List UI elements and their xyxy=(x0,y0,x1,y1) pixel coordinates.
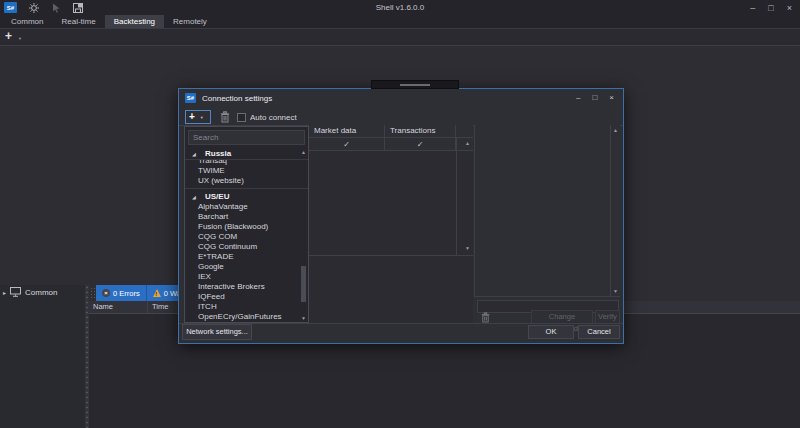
search-input[interactable] xyxy=(188,130,305,145)
group-expand-icon[interactable]: ◢ xyxy=(192,148,196,160)
add-connection-caret-icon: ▼ xyxy=(200,115,204,120)
connector-item-iqfeed[interactable]: IQFeed xyxy=(185,292,308,302)
connections-grid-panel: Market data Transactions ✓ ✓ ▲ ▼ xyxy=(309,125,473,323)
dialog-minimize-button[interactable]: – xyxy=(576,93,580,102)
errors-filter-badge[interactable]: × 0 Errors xyxy=(96,285,147,301)
connector-item-interactive-brokers[interactable]: Interactive Brokers xyxy=(185,282,308,292)
connector-item-alphavantage[interactable]: AlphaVantage xyxy=(185,202,308,212)
connector-item-itch[interactable]: ITCH xyxy=(185,302,308,312)
connector-item-cqg-continuum[interactable]: CQG Continuum xyxy=(185,242,308,252)
group-label: US/EU xyxy=(205,192,229,201)
scroll-down-icon[interactable]: ▼ xyxy=(611,288,620,294)
dialog-logo: S# xyxy=(185,93,196,103)
ok-button[interactable]: OK xyxy=(528,325,574,339)
group-expand-icon[interactable]: ◢ xyxy=(192,191,196,203)
connection-row[interactable]: ✓ ✓ xyxy=(309,138,473,151)
connector-group-russia[interactable]: ◢ Russia xyxy=(185,148,308,160)
column-transactions[interactable]: Transactions xyxy=(385,125,456,137)
window-minimize-button[interactable]: – xyxy=(750,3,755,13)
grid-scroll-down-icon[interactable]: ▼ xyxy=(465,245,470,251)
cancel-button[interactable]: Cancel xyxy=(578,325,620,339)
plus-icon: + xyxy=(189,111,195,123)
log-column-name[interactable]: Name xyxy=(89,301,148,313)
connector-item-twime[interactable]: TWIME xyxy=(185,166,308,176)
warning-icon: ! xyxy=(153,289,161,297)
window-titlebar: S# Shell v1.6.0.0 – □ × xyxy=(0,0,800,15)
errors-count-label: 0 Errors xyxy=(113,289,140,298)
properties-panel: ▲ ▼ xyxy=(474,125,620,297)
network-settings-button[interactable]: Network settings... xyxy=(182,324,252,340)
dialog-title: Connection settings xyxy=(202,94,272,103)
workspace-toolbar: + ▼ xyxy=(0,29,800,45)
add-connection-button[interactable]: + ▼ xyxy=(185,110,211,124)
auto-connect-checkbox[interactable] xyxy=(237,113,246,122)
connector-item-google[interactable]: Google xyxy=(185,262,308,272)
connector-list-scrollbar[interactable]: ▲ ▼ xyxy=(299,148,308,322)
window-close-button[interactable]: × xyxy=(787,3,792,13)
dialog-close-button[interactable]: × xyxy=(609,93,614,102)
connector-item-cqg-com[interactable]: CQG COM xyxy=(185,232,308,242)
tree-expand-icon[interactable]: ▸ xyxy=(3,289,6,296)
connections-grid-header: Market data Transactions xyxy=(309,125,473,138)
tab-real-time[interactable]: Real-time xyxy=(52,15,104,28)
connector-item-fusion[interactable]: Fusion (Blackwood) xyxy=(185,222,308,232)
tree-item-label: Common xyxy=(25,288,57,297)
change-password-button[interactable]: Change password xyxy=(531,310,593,324)
scrollbar-thumb[interactable] xyxy=(301,266,306,302)
transactions-check-icon[interactable]: ✓ xyxy=(385,138,456,150)
verify-button[interactable]: Verify xyxy=(595,310,620,324)
connector-item-iex[interactable]: IEX xyxy=(185,272,308,282)
connector-list: ◢ Russia Transaq TWIME UX (website) ◢ US… xyxy=(185,148,308,322)
main-tabbar: Common Real-time Backtesting Remotely xyxy=(0,15,800,29)
connector-item-openecry[interactable]: OpenECry/GainFutures xyxy=(185,312,308,322)
error-icon: × xyxy=(102,289,110,297)
group-label: Russia xyxy=(205,149,231,158)
connector-dropdown-panel: ◢ Russia Transaq TWIME UX (website) ◢ US… xyxy=(184,126,309,323)
dialog-maximize-button[interactable]: □ xyxy=(592,93,597,102)
market-data-check-icon[interactable]: ✓ xyxy=(309,138,385,150)
tree-item-common[interactable]: ▸ Common xyxy=(0,285,85,300)
properties-scrollbar[interactable]: ▲ ▼ xyxy=(610,125,620,296)
connector-group-useu[interactable]: ◢ US/EU xyxy=(185,188,308,202)
scroll-down-icon[interactable]: ▼ xyxy=(299,315,308,321)
connector-item-barchart[interactable]: Barchart xyxy=(185,212,308,222)
connection-settings-dialog: S# Connection settings – □ × + ▼ Auto co… xyxy=(178,88,624,344)
window-maximize-button[interactable]: □ xyxy=(768,3,773,13)
add-panel-caret-icon[interactable]: ▼ xyxy=(18,36,22,41)
strategies-tree-panel: ▸ Common xyxy=(0,285,85,428)
tab-backtesting[interactable]: Backtesting xyxy=(105,15,164,28)
dock-hint-tab xyxy=(371,80,459,89)
window-title: Shell v1.6.0.0 xyxy=(0,3,800,12)
monitor-icon xyxy=(10,287,21,299)
tab-common[interactable]: Common xyxy=(2,15,52,28)
remove-connection-button[interactable] xyxy=(220,111,230,125)
dialog-titlebar: S# Connection settings xyxy=(179,89,623,107)
scroll-up-icon[interactable]: ▲ xyxy=(299,149,308,155)
add-panel-button[interactable]: + xyxy=(5,29,12,43)
connector-item-ux[interactable]: UX (website) xyxy=(185,176,308,186)
toolbar-grip-handle[interactable] xyxy=(90,287,95,299)
connector-item-etrade[interactable]: E*TRADE xyxy=(185,252,308,262)
column-market-data[interactable]: Market data xyxy=(309,125,385,137)
grid-scroll-up-icon[interactable]: ▲ xyxy=(465,140,470,146)
scroll-up-icon[interactable]: ▲ xyxy=(611,127,620,133)
auto-connect-label: Auto connect xyxy=(250,113,297,122)
tab-remotely[interactable]: Remotely xyxy=(164,15,216,28)
